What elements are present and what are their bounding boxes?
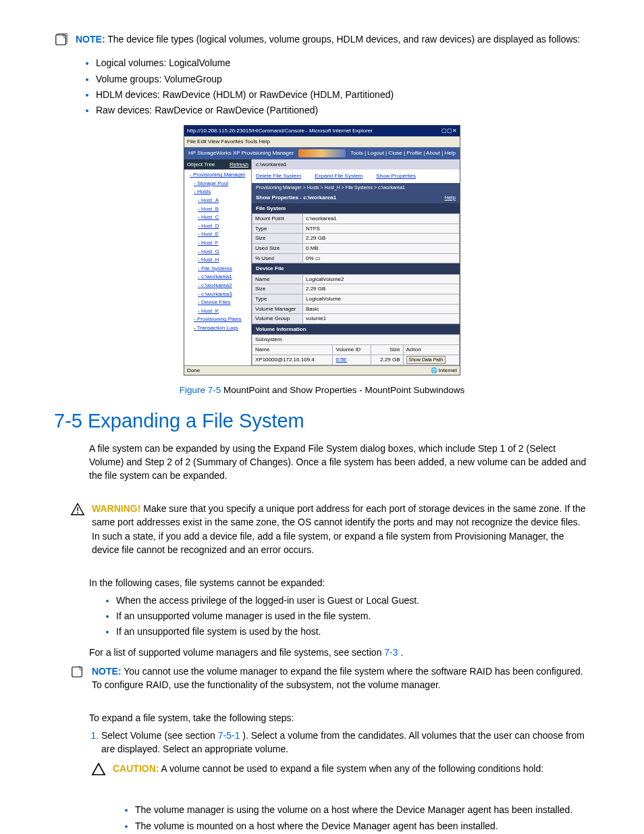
section-file-system: File System xyxy=(252,203,460,214)
paragraph-4: To expand a file system, take the follow… xyxy=(89,711,590,725)
embedded-screenshot: http://10.208.115.26:23015/HiCommand/Con… xyxy=(184,125,460,375)
list-item: If an unsupported file system is used by… xyxy=(116,625,590,638)
status-right: 🌐 Internet xyxy=(431,367,457,375)
vi-row-size: 2.29 GB xyxy=(371,355,403,365)
status-left: Done xyxy=(187,367,200,375)
note-label: NOTE: xyxy=(76,34,105,45)
note-block-1: NOTE: The device file types (logical vol… xyxy=(54,32,590,51)
steps-list: Select Volume (see section 7-5-1 ). Sele… xyxy=(54,729,590,756)
tree-item: Hosts xyxy=(186,188,250,197)
figure-caption-text: MountPoint and Show Properties - MountPo… xyxy=(221,385,464,395)
tree-item: Host_B xyxy=(186,205,250,214)
list-item: The volume manager is using the volume o… xyxy=(135,803,590,816)
expand-fs-link: Expand File System xyxy=(315,172,363,180)
cases-list: When the access privilege of the logged-… xyxy=(54,594,590,639)
volume-info-table: Subsystem Name Volume ID Size Action XP1… xyxy=(252,334,460,365)
tree-item: Host_A xyxy=(186,197,250,205)
tree-item: Host_G xyxy=(186,248,250,257)
tree-item: c:\workarea3 xyxy=(186,290,250,299)
vi-subsystem: Subsystem xyxy=(252,335,460,345)
list-item: Raw devices: RawDevice or RawDevice (Par… xyxy=(96,103,590,117)
breadcrumb-path: Provisioning Manager > Hosts > Host_H > … xyxy=(252,183,460,192)
show-data-path-button: Show Data Path xyxy=(406,356,446,364)
delete-fs-link: Delete File System xyxy=(256,172,301,180)
figure-caption: Figure 7-5 MountPoint and Show Propertie… xyxy=(54,384,590,397)
browser-titlebar: http://10.208.115.26:23015/HiCommand/Con… xyxy=(184,126,460,136)
tree-item: Storage Pool xyxy=(186,180,250,188)
app-brand-wave xyxy=(298,149,346,157)
tree-item: c:\workarea2 xyxy=(186,282,250,290)
list-item: When the access privilege of the logged-… xyxy=(116,594,590,607)
note-text: NOTE: The device file types (logical vol… xyxy=(76,32,581,51)
breadcrumb-top: c:\workarea1 xyxy=(252,159,460,170)
caution-icon xyxy=(91,762,106,780)
device-file-table: NameLogicalVolume2Size2.29 GBTypeLogical… xyxy=(252,274,460,324)
object-tree-panel: Object Tree Refresh Provisioning Manager… xyxy=(184,159,252,365)
vi-hdr-size: Size xyxy=(371,344,403,355)
tree-item: Device Files xyxy=(186,298,250,307)
list-item: If an unsupported volume manager is used… xyxy=(116,609,590,623)
caution-bullets: The volume manager is using the volume o… xyxy=(54,803,590,834)
panel-title-bar: Show Properties - c:\workarea1 Help xyxy=(252,192,460,203)
tree-item: Host_H xyxy=(186,256,250,265)
tree-item: Host_K xyxy=(186,307,250,316)
vi-hdr-action: Action xyxy=(403,344,459,355)
tree-item: Host_C xyxy=(186,213,250,222)
svg-point-2 xyxy=(77,513,78,514)
caution-text: CAUTION: A volume cannot be used to expa… xyxy=(113,762,543,780)
list-item: The volume is mounted on a host where th… xyxy=(135,819,590,833)
list-item: Volume groups: VolumeGroup xyxy=(96,72,590,86)
note-label: NOTE: xyxy=(92,666,122,677)
figure-number: Figure 7-5 xyxy=(180,385,221,395)
section-link-7-5-1[interactable]: 7-5-1 xyxy=(218,730,240,741)
vi-row-name: XP10000@172.16.109.4 xyxy=(252,355,333,365)
section-device-file: Device File xyxy=(252,263,460,274)
section-volume-info: Volume Information xyxy=(252,324,460,335)
paragraph-3: For a list of supported volume managers … xyxy=(89,646,590,659)
warning-block: WARNING! Make sure that you specify a un… xyxy=(70,502,590,556)
tree-item: Provisioning Plans xyxy=(186,315,250,324)
browser-menubar: File Edit View Favorites Tools Help xyxy=(184,136,460,147)
main-action-links: Delete File System Expand File System Sh… xyxy=(252,170,460,183)
tree-item: c:\workarea1 xyxy=(186,273,250,282)
note-icon xyxy=(70,664,85,692)
list-item: HDLM devices: RawDevice (HDLM) or RawDev… xyxy=(96,88,590,101)
note1-bullet-list: Logical volumes: LogicalVolume Volume gr… xyxy=(54,56,590,117)
warning-label: WARNING! xyxy=(92,503,140,514)
tree-item: Provisioning Manager xyxy=(186,171,250,180)
section-link-7-3[interactable]: 7-3 xyxy=(384,647,398,658)
app-header-links: Tools | Logout | Close | Profile | About… xyxy=(350,149,456,157)
show-props-link: Show Properties xyxy=(376,172,416,180)
tree-item: Host_D xyxy=(186,222,250,231)
section-heading: 7-5 Expanding a File System xyxy=(54,407,590,435)
tree-item: Transaction Logs xyxy=(186,324,250,333)
tree-item: File Systems xyxy=(186,265,250,273)
paragraph-2: In the following cases, file systems can… xyxy=(89,576,590,590)
browser-status-bar: Done 🌐 Internet xyxy=(184,365,460,375)
tree-refresh-link: Refresh xyxy=(230,161,248,169)
tree-item: Host_E xyxy=(186,230,250,239)
step-1: Select Volume (see section 7-5-1 ). Sele… xyxy=(101,729,590,756)
note-icon xyxy=(54,32,69,51)
main-panel: c:\workarea1 Delete File System Expand F… xyxy=(252,159,460,365)
caution-block: CAUTION: A volume cannot be used to expa… xyxy=(91,762,590,780)
titlebar-text: http://10.208.115.26:23015/HiCommand/Con… xyxy=(187,127,373,135)
panel-title: Show Properties - c:\workarea1 xyxy=(256,194,336,202)
vi-hdr-volid: Volume ID xyxy=(333,344,371,355)
tree-header: Object Tree xyxy=(187,161,215,169)
warning-text: WARNING! Make sure that you specify a un… xyxy=(92,502,590,556)
note-block-2: NOTE: You cannot use the volume manager … xyxy=(70,664,590,692)
panel-help-link: Help xyxy=(445,194,456,202)
note2-text: NOTE: You cannot use the volume manager … xyxy=(92,664,590,692)
warning-icon xyxy=(70,502,85,556)
file-system-table: Mount Pointc:\workarea1TypeNTFSSize2.29 … xyxy=(252,213,460,263)
list-item: Logical volumes: LogicalVolume xyxy=(96,56,590,70)
caution-label: CAUTION: xyxy=(113,763,159,774)
vi-row-volid: 0:5E xyxy=(336,357,346,363)
window-controls: ▢▢✕ xyxy=(441,127,457,135)
tree-item: Host_F xyxy=(186,239,250,248)
paragraph-1: A file system can be expanded by using t… xyxy=(89,442,590,483)
app-header-bar: HP StorageWorks XP Provisioning Manager … xyxy=(184,147,460,159)
app-title: HP StorageWorks XP Provisioning Manager xyxy=(188,149,294,157)
vi-hdr-name: Name xyxy=(252,344,333,355)
